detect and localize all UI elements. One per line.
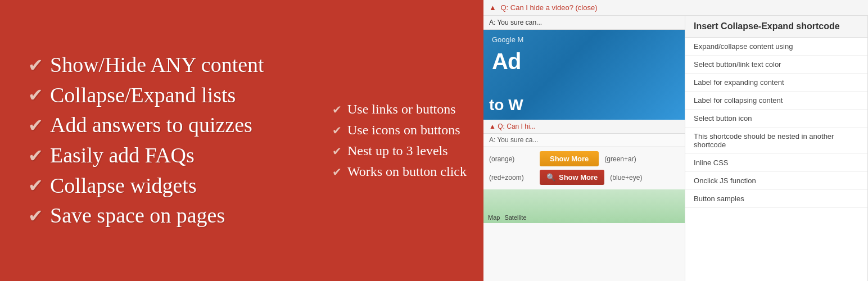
content-wrapper: A: You sure can... Google M Ad to W ▲ Q:… — [483, 16, 868, 281]
map-label: Map — [488, 214, 500, 221]
checkmark-icon-2: ✔ — [28, 84, 43, 106]
ui-area: ▲ Q: Can I hide a video? (close) A: You … — [483, 0, 868, 281]
google-maps-label: Google M — [483, 30, 685, 46]
panel-row-7: Inline CSS — [685, 154, 867, 172]
insert-shortcode-panel: Insert Collapse-Expand shortcode Expand/… — [685, 16, 868, 281]
ad-text: Ad — [483, 46, 685, 77]
checkmark-icon-1: ✔ — [28, 55, 43, 76]
blue-label: (blue+eye) — [610, 174, 655, 182]
satellite-label: Satellite — [504, 214, 526, 221]
show-more-red-button[interactable]: 🔍 Show More — [540, 170, 604, 185]
qa-bar-top: A: You sure can... — [483, 16, 685, 30]
secondary-feature-3: ✔ Nest up to 3 levels — [332, 143, 467, 158]
checkmark-small-icon-4: ✔ — [332, 165, 342, 179]
qa-answer2: A: You sure ca... — [483, 134, 685, 147]
feature-6: ✔ Save space on pages — [28, 203, 321, 229]
qa-bar-bottom[interactable]: ▲ Q: Can I hi... — [483, 120, 685, 134]
red-label: (red+zoom) — [489, 174, 534, 182]
left-content-column: A: You sure can... Google M Ad to W ▲ Q:… — [483, 16, 685, 281]
feature-3: ✔ Add answers to quizzes — [28, 112, 321, 138]
arrow-icon: ▲ — [489, 3, 496, 12]
secondary-feature-4: ✔ Works on button click — [332, 164, 467, 179]
panel-row-1: Expand/collapse content using — [685, 38, 867, 56]
feature-1: ✔ Show/Hide ANY content — [28, 52, 321, 78]
checkmark-small-icon-1: ✔ — [332, 103, 342, 116]
buttons-row: (orange) Show More (green+ar) (red+zoom)… — [483, 147, 685, 189]
ui-screenshot-section: ▲ Q: Can I hide a video? (close) A: You … — [483, 0, 868, 281]
checkmark-icon-3: ✔ — [28, 115, 43, 136]
checkmark-icon-5: ✔ — [28, 175, 43, 196]
panel-row-2: Select button/link text color — [685, 56, 867, 74]
panel-row-5: Select button icon — [685, 110, 867, 128]
map-area: Map Satellite — [483, 189, 685, 223]
top-close-link[interactable]: ▲ Q: Can I hide a video? (close) — [489, 3, 597, 12]
panel-row-9: Button samples — [685, 190, 867, 208]
arrow-down-icon: ▲ — [489, 123, 496, 130]
to-w-text: to W — [489, 96, 523, 114]
checkmark-icon-4: ✔ — [28, 145, 43, 166]
feature-4: ✔ Easily add FAQs — [28, 143, 321, 169]
top-bar: ▲ Q: Can I hide a video? (close) — [483, 0, 868, 16]
orange-label: (orange) — [489, 155, 534, 163]
show-more-orange-button[interactable]: Show More — [540, 151, 599, 166]
panel-row-8: Onclick JS function — [685, 172, 867, 190]
checkmark-icon-6: ✔ — [28, 205, 43, 226]
secondary-feature-1: ✔ Use links or buttons — [332, 102, 467, 117]
orange-button-row: (orange) Show More (green+ar) — [489, 151, 679, 166]
red-button-row: (red+zoom) 🔍 Show More (blue+eye) — [489, 170, 679, 185]
feature-2: ✔ Collapse/Expand lists — [28, 83, 321, 108]
main-features-list: ✔ Show/Hide ANY content ✔ Collapse/Expan… — [28, 52, 321, 229]
panel-row-6: This shortcode should be nested in anoth… — [685, 128, 867, 154]
secondary-features-list: ✔ Use links or buttons ✔ Use icons on bu… — [332, 102, 467, 179]
panel-row-4: Label for collapsing content — [685, 92, 867, 110]
panel-row-3: Label for expanding content — [685, 74, 867, 92]
hero-section: ✔ Show/Hide ANY content ✔ Collapse/Expan… — [0, 0, 483, 281]
checkmark-small-icon-3: ✔ — [332, 144, 342, 158]
secondary-feature-2: ✔ Use icons on buttons — [332, 123, 467, 138]
panel-header: Insert Collapse-Expand shortcode — [685, 16, 867, 38]
zoom-icon: 🔍 — [546, 173, 555, 182]
checkmark-small-icon-2: ✔ — [332, 124, 342, 137]
video-thumbnail: Google M Ad to W — [483, 30, 685, 120]
feature-5: ✔ Collapse widgets — [28, 173, 321, 199]
green-label: (green+ar) — [604, 155, 649, 163]
